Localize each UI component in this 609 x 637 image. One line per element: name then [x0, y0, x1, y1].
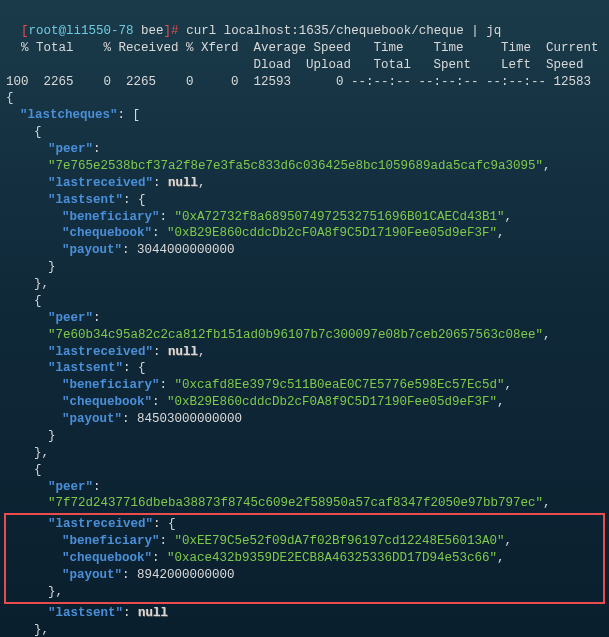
beneficiary-line: "beneficiary": "0xcafd8Ee3979c511B0eaE0C… [6, 377, 603, 394]
lastreceived-line: "lastreceived": null, [6, 344, 603, 361]
command-text[interactable]: curl localhost:1635/chequebook/cheque | … [186, 24, 501, 38]
prompt-bracket-close: ]# [164, 24, 179, 38]
chequebook-line: "chequebook": "0xace432b9359DE2ECB8A4632… [6, 550, 603, 567]
lastsent-line: "lastsent": { [6, 360, 603, 377]
lastcheques-key-line: "lastcheques": [ [6, 107, 603, 124]
beneficiary-line: "beneficiary": "0xEE79C5e52f09dA7f02Bf96… [6, 533, 603, 550]
curl-progress: 100 2265 0 2265 0 0 12593 0 --:--:-- --:… [6, 74, 603, 91]
lastsent-line: "lastsent": null [6, 605, 603, 622]
item-open: { [6, 462, 603, 479]
beneficiary-line: "beneficiary": "0xA72732f8a6895074972532… [6, 209, 603, 226]
curl-header: % Total % Received % Xferd Average Speed… [6, 40, 603, 74]
payout-line: "payout": 8942000000000 [6, 567, 603, 584]
peer-line: "peer": "7f72d2437716dbeba38873f8745c609… [6, 479, 603, 513]
item-close: }, [6, 276, 603, 293]
item-open: { [6, 293, 603, 310]
brace: { [6, 90, 603, 107]
lastreceived-line: "lastreceived": null, [6, 175, 603, 192]
peer-line: "peer": "7e60b34c95a82c2ca812fb151ad0b96… [6, 310, 603, 344]
json-output: { "lastcheques": [ { "peer": "7e765e2538… [6, 90, 603, 637]
lastsent-line: "lastsent": { [6, 192, 603, 209]
item-open: { [6, 124, 603, 141]
item-close: }, [6, 445, 603, 462]
prompt-dir: bee [141, 24, 164, 38]
payout-line: "payout": 3044000000000 [6, 242, 603, 259]
item-close: }, [6, 622, 603, 638]
lastreceived-close: }, [6, 584, 603, 601]
chequebook-line: "chequebook": "0xB29E860cddcDb2cF0A8f9C5… [6, 225, 603, 242]
chequebook-line: "chequebook": "0xB29E860cddcDb2cF0A8f9C5… [6, 394, 603, 411]
lastreceived-line: "lastreceived": { [6, 516, 603, 533]
prompt-user: root@li1550-78 [29, 24, 134, 38]
payout-line: "payout": 84503000000000 [6, 411, 603, 428]
peer-line: "peer": "7e765e2538bcf37a2f8e7e3fa5c833d… [6, 141, 603, 175]
lastsent-close: } [6, 428, 603, 445]
prompt-line: [root@li1550-78 bee]# curl localhost:163… [6, 6, 603, 40]
highlight-box: "lastreceived": { "beneficiary": "0xEE79… [4, 513, 605, 603]
prompt-bracket: [ [21, 24, 29, 38]
lastsent-close: } [6, 259, 603, 276]
